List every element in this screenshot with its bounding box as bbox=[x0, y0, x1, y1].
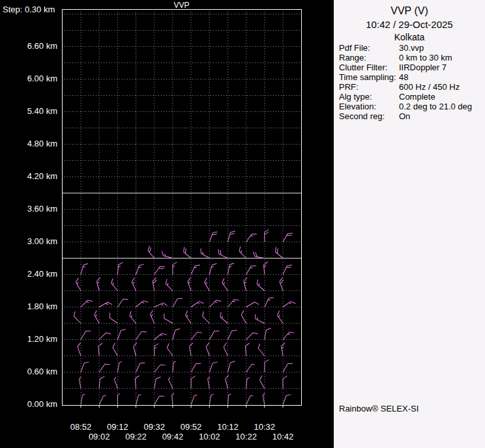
wind-barb bbox=[117, 328, 126, 341]
wind-barb bbox=[201, 311, 213, 323]
wind-barb bbox=[147, 246, 158, 259]
wind-barb bbox=[131, 278, 140, 291]
x-axis-label: 10:22 bbox=[228, 432, 265, 441]
wind-barb bbox=[246, 331, 258, 343]
param-label: Clutter Filter: bbox=[339, 63, 399, 72]
wind-barb bbox=[279, 277, 287, 290]
y-axis-label: 0.00 km bbox=[3, 399, 57, 409]
wind-barb bbox=[228, 360, 235, 373]
x-axis-label: 09:22 bbox=[118, 432, 154, 441]
param-label: PRF: bbox=[339, 82, 399, 92]
wind-barb bbox=[246, 301, 259, 311]
param-row: Elevation:0.2 deg to 21.0 deg bbox=[339, 102, 484, 111]
wind-barb bbox=[81, 394, 85, 405]
wind-barb bbox=[117, 297, 128, 309]
wind-barb bbox=[265, 328, 271, 341]
wind-barb bbox=[99, 301, 112, 311]
info-panel: VVP (V) 10:42 / 29-Oct-2025 Kolkata Pdf … bbox=[334, 0, 485, 448]
wind-profile-chart: VVP Step: 0.30 km 6.60 km6.00 km5.40 km4… bbox=[0, 0, 334, 448]
wind-barb bbox=[154, 331, 167, 343]
wind-barb bbox=[184, 311, 194, 323]
plot-border bbox=[62, 9, 301, 405]
param-row: Second reg:On bbox=[339, 111, 484, 121]
wind-barb bbox=[252, 252, 265, 259]
param-label: Elevation: bbox=[339, 102, 399, 111]
x-axis-label: 09:52 bbox=[173, 422, 209, 432]
wind-barb bbox=[154, 264, 165, 277]
x-axis-label: 09:32 bbox=[136, 422, 173, 432]
wind-barb bbox=[133, 343, 140, 356]
param-label: Alg type: bbox=[339, 92, 399, 102]
wind-barb bbox=[96, 277, 103, 290]
wind-barb bbox=[283, 231, 293, 244]
param-row: Alg type:Complete bbox=[339, 92, 484, 102]
y-axis-label: 1.20 km bbox=[3, 334, 57, 344]
wind-barb bbox=[81, 262, 88, 275]
wind-barb bbox=[98, 343, 104, 356]
y-axis-label: 1.80 km bbox=[3, 301, 57, 311]
wind-barb bbox=[136, 299, 149, 310]
wind-barb bbox=[111, 343, 121, 356]
wind-barb bbox=[218, 312, 231, 323]
wind-barb bbox=[246, 395, 253, 406]
wind-barb bbox=[136, 394, 141, 405]
wind-barb bbox=[257, 344, 268, 356]
wind-barb bbox=[283, 376, 287, 389]
param-label: Time sampling: bbox=[339, 72, 399, 82]
wind-barb bbox=[228, 394, 231, 405]
param-row: Time sampling:48 bbox=[339, 72, 484, 82]
wind-barb bbox=[135, 376, 140, 388]
wind-barb bbox=[136, 263, 145, 276]
y-axis-label: 6.00 km bbox=[3, 74, 57, 83]
wind-barb bbox=[173, 328, 180, 341]
wind-barb bbox=[237, 246, 249, 258]
wind-barb bbox=[228, 298, 239, 310]
wind-barb bbox=[228, 262, 234, 275]
param-value: On bbox=[399, 111, 484, 121]
wind-barb bbox=[207, 377, 211, 388]
wind-barb bbox=[263, 262, 269, 274]
wind-barb bbox=[173, 361, 176, 372]
wind-barb bbox=[161, 251, 174, 258]
wind-barb bbox=[221, 278, 231, 290]
wind-barb bbox=[283, 263, 292, 276]
wind-barb bbox=[283, 361, 293, 374]
wind-barb bbox=[154, 301, 168, 311]
y-axis-label: 3.60 km bbox=[3, 204, 57, 214]
wind-barb bbox=[187, 277, 196, 290]
wind-barb bbox=[281, 343, 287, 356]
x-axis-label: 10:12 bbox=[209, 422, 246, 432]
param-value: 30.vvp bbox=[399, 43, 484, 53]
x-axis-label: 08:52 bbox=[63, 422, 99, 432]
wind-barb bbox=[209, 231, 218, 244]
wind-barb bbox=[99, 376, 104, 389]
x-axis-label: 10:42 bbox=[265, 432, 301, 441]
param-row: Clutter Filter:IIRDoppler 7 bbox=[339, 63, 484, 72]
plot-canvas bbox=[0, 0, 334, 448]
wind-barb bbox=[75, 278, 85, 291]
wind-barb bbox=[258, 376, 268, 389]
wind-barb bbox=[110, 279, 121, 291]
wind-barb bbox=[273, 247, 286, 258]
wind-barb bbox=[149, 311, 158, 324]
panel-footer: Rainbow® SELEX-SI bbox=[339, 404, 419, 413]
wind-barb bbox=[189, 343, 196, 356]
wind-barb bbox=[81, 361, 89, 374]
wind-barb bbox=[168, 378, 175, 389]
param-row: Pdf File:30.vvp bbox=[339, 43, 484, 53]
wind-barb bbox=[152, 278, 158, 291]
x-axis-label: 09:12 bbox=[99, 422, 136, 432]
x-axis-label: 10:32 bbox=[246, 422, 283, 432]
wind-barb bbox=[209, 298, 221, 310]
param-label: Range: bbox=[339, 53, 399, 63]
wind-barb bbox=[222, 343, 231, 356]
wind-barb bbox=[265, 230, 269, 242]
wind-barb bbox=[173, 262, 177, 275]
param-row: PRF:600 Hz / 450 Hz bbox=[339, 82, 484, 92]
panel-site: Kolkata bbox=[334, 32, 485, 42]
y-axis-label: 4.80 km bbox=[3, 139, 57, 148]
wind-barb bbox=[136, 329, 147, 342]
wind-barb bbox=[182, 247, 194, 258]
wind-barb bbox=[114, 377, 120, 388]
wind-barb bbox=[171, 393, 175, 404]
